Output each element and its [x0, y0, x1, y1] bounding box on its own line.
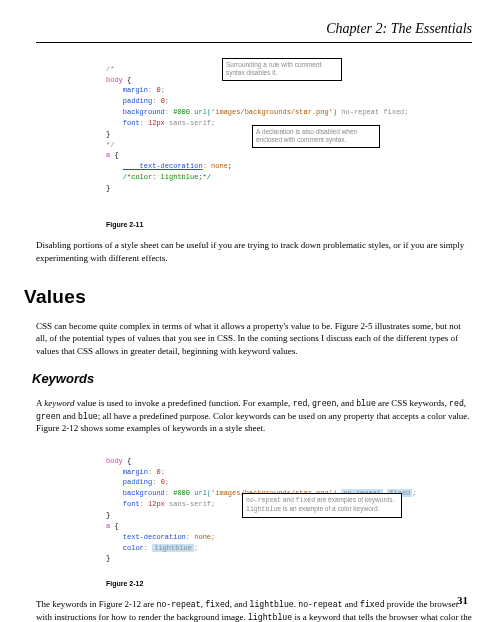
- paragraph: CSS can become quite complex in terms of…: [36, 320, 472, 358]
- heading-values: Values: [24, 284, 472, 310]
- heading-keywords: Keywords: [32, 370, 472, 388]
- figure-2-12-caption: Figure 2-12: [106, 579, 472, 588]
- page-number: 31: [457, 593, 468, 608]
- highlight-lightblue: lightblue: [152, 544, 194, 552]
- figure-2-12-code: body { margin: 0; padding: 0; background…: [106, 445, 472, 575]
- paragraph: The keywords in Figure 2-12 are no-repea…: [36, 598, 472, 622]
- annotation-bottom: A declaration is also disabled when encl…: [252, 125, 380, 148]
- figure-2-11-caption: Figure 2-11: [106, 220, 472, 229]
- annotation-keywords: no-repeat and fixed are examples of keyw…: [242, 493, 402, 518]
- paragraph: Disabling portions of a style sheet can …: [36, 239, 472, 264]
- code-highlight: text-decoration: [123, 162, 203, 170]
- figure-2-11-code: /* body { margin: 0; padding: 0; backgro…: [106, 53, 472, 216]
- annotation-top: Surrounding a rule with comment syntax d…: [222, 58, 342, 81]
- paragraph: A keyword value is used to invoke a pred…: [36, 397, 472, 435]
- chapter-header: Chapter 2: The Essentials: [36, 20, 472, 43]
